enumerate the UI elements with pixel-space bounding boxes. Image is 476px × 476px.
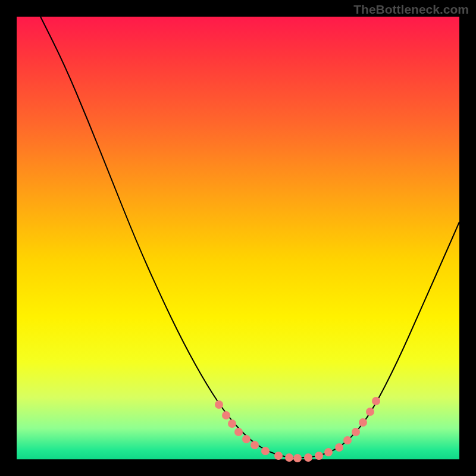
data-dot bbox=[215, 400, 223, 409]
watermark-text: TheBottleneck.com bbox=[353, 2, 469, 17]
data-dot bbox=[261, 447, 270, 455]
data-dot bbox=[250, 441, 259, 449]
data-dot bbox=[359, 418, 367, 427]
data-dot bbox=[343, 436, 352, 444]
data-dot bbox=[324, 448, 333, 456]
data-dot bbox=[285, 453, 293, 462]
data-dot bbox=[352, 428, 360, 436]
data-dot bbox=[222, 411, 230, 419]
data-dot bbox=[274, 452, 283, 460]
data-dot bbox=[304, 453, 312, 462]
data-dot bbox=[234, 428, 243, 436]
data-dot bbox=[372, 397, 380, 405]
data-dots bbox=[215, 397, 380, 462]
data-dot bbox=[293, 454, 302, 462]
bottleneck-curve bbox=[40, 17, 459, 458]
data-dot bbox=[366, 408, 374, 416]
data-dot bbox=[335, 443, 343, 452]
data-dot bbox=[228, 419, 236, 428]
plot-area bbox=[17, 17, 459, 459]
data-dot bbox=[315, 452, 323, 460]
chart-svg bbox=[17, 17, 459, 459]
data-dot bbox=[242, 435, 250, 443]
